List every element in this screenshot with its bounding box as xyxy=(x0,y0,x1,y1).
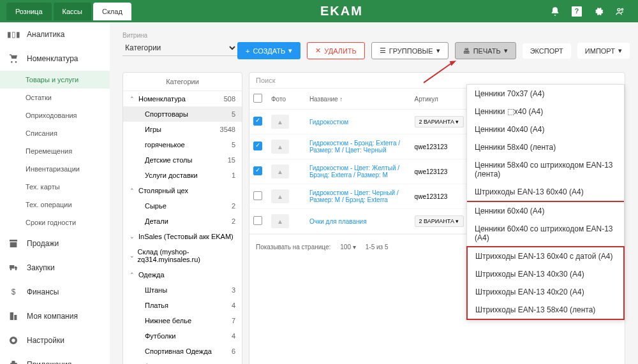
category-item[interactable]: ⌃Номенклатура508 xyxy=(123,91,242,106)
category-count: 6 xyxy=(232,347,235,355)
sidebar-sub-stock[interactable]: Остатки xyxy=(0,89,110,106)
print-option[interactable]: Штрихкоды EAN-13 58x40 (лента) xyxy=(468,301,623,319)
print-option[interactable]: Ценники 60x40 (A4) xyxy=(467,202,624,220)
product-link[interactable]: Гидрокостюм - Брэнд: Exterra / Размер: M… xyxy=(309,140,400,154)
bar-chart-icon: ▮▯▮ xyxy=(8,29,19,40)
category-item[interactable]: Детали2 xyxy=(123,214,242,229)
category-item[interactable]: Платья4 xyxy=(123,298,242,313)
print-option[interactable]: Ценники ⬚х40 (A4) xyxy=(467,103,624,120)
print-option[interactable]: Ценники 58x40 (лента) xyxy=(467,138,624,156)
sidebar-item-analytics[interactable]: ▮▯▮ Аналитика xyxy=(0,22,110,47)
photo-placeholder: ▲ xyxy=(271,115,289,129)
vitrina-select[interactable]: Категории xyxy=(122,40,237,56)
sidebar-sub-transfers[interactable]: Перемещения xyxy=(0,142,110,160)
export-button[interactable]: ЭКСПОРТ xyxy=(523,43,571,59)
sidebar-sub-techops[interactable]: Тех. операции xyxy=(0,196,110,214)
chevron-down-icon: ▾ xyxy=(436,47,440,55)
tab-sklad[interactable]: Склад xyxy=(93,3,131,20)
sku-value: qwe123123 xyxy=(415,168,448,175)
tab-kassy[interactable]: Кассы xyxy=(54,3,91,20)
variants-button[interactable]: 2 ВАРИАНТА ▾ xyxy=(415,116,464,127)
gear-icon[interactable] xyxy=(593,6,604,17)
product-link[interactable]: Очки для плавания xyxy=(309,218,367,225)
print-option[interactable]: Штрихкоды EAN-13 60x40 с датой (A4) xyxy=(468,247,623,265)
category-item[interactable]: горяченькое5 xyxy=(123,137,242,152)
import-button[interactable]: ИМПОРТ ▾ xyxy=(577,43,630,59)
row-checkbox[interactable] xyxy=(253,117,262,126)
category-item[interactable]: Детские столы15 xyxy=(123,152,242,168)
sidebar-sub-writeoffs[interactable]: Списания xyxy=(0,124,110,142)
filter-label: Витрина xyxy=(122,32,237,39)
sidebar-label: Номенклатура xyxy=(27,54,78,63)
category-item[interactable]: Спортивная Одежда6 xyxy=(123,344,242,359)
delete-button[interactable]: ✕ УДАЛИТЬ xyxy=(307,42,365,59)
category-item[interactable]: Услуги доставки1 xyxy=(123,168,242,183)
sidebar-item-company[interactable]: Моя компания xyxy=(0,304,110,328)
product-link[interactable]: Гидрокостюм - Цвет: Желтый / Брэнд: Exte… xyxy=(309,164,399,178)
sidebar-item-sales[interactable]: Продажи xyxy=(0,231,110,256)
category-item[interactable]: ⌃Обувь2 xyxy=(123,359,242,364)
sidebar-label: Закупки xyxy=(27,263,55,272)
per-page-label: Показывать на странице: xyxy=(256,244,330,251)
tab-retail[interactable]: Розница xyxy=(6,3,52,20)
print-option[interactable]: Штрихкоды EAN-13 60x40 (A4) xyxy=(467,183,624,202)
sidebar-item-finance[interactable]: $ Финансы xyxy=(0,280,110,304)
row-checkbox[interactable] xyxy=(253,166,262,175)
category-count: 3 xyxy=(232,286,235,294)
help-icon[interactable]: ? xyxy=(572,6,582,17)
category-count: 1 xyxy=(232,171,235,179)
category-item[interactable]: Сырье2 xyxy=(123,198,242,214)
print-button[interactable]: 🖶 ПЕЧАТЬ ▾ xyxy=(455,42,516,59)
chevron-icon: ⌃ xyxy=(130,272,136,278)
print-option[interactable]: Ценники 58x40 со штрихкодом EAN-13 (лент… xyxy=(467,156,624,183)
category-label: горяченькое xyxy=(145,141,185,149)
group-button[interactable]: ☰ ГРУППОВЫЕ ▾ xyxy=(371,42,449,59)
sidebar-item-purchases[interactable]: Закупки xyxy=(0,256,110,280)
category-item[interactable]: Футболки4 xyxy=(123,328,242,344)
variants-button[interactable]: 2 ВАРИАНТА ▾ xyxy=(415,215,464,227)
page-range: 1-5 из 5 xyxy=(366,244,389,251)
sidebar-sub-inventory[interactable]: Инвентаризации xyxy=(0,160,110,178)
sidebar-item-settings[interactable]: Настройки xyxy=(0,328,110,353)
sidebar-item-apps[interactable]: Приложения xyxy=(0,353,110,364)
sidebar-sub-techcards[interactable]: Тех. карты xyxy=(0,178,110,196)
product-link[interactable]: Гидрокостюм xyxy=(309,119,348,126)
category-item[interactable]: ⌃Столярный цех xyxy=(123,183,242,198)
print-option[interactable]: Штрихкоды EAN-13 40x30 (A4) xyxy=(468,265,623,283)
category-label: Игры xyxy=(145,126,161,133)
print-option[interactable]: Штрихкоды EAN-13 40x20 (A4) xyxy=(468,283,623,301)
per-page-select[interactable]: 100 ▾ xyxy=(340,244,355,251)
print-option[interactable]: Ценники 60x40 со штрихкодом EAN-13 (A4) xyxy=(467,220,624,247)
sidebar-sub-products[interactable]: Товары и услуги xyxy=(0,71,110,89)
product-link[interactable]: Гидрокостюм - Цвет: Черный / Размер: M /… xyxy=(309,189,399,203)
create-button[interactable]: + СОЗДАТЬ ▾ xyxy=(237,42,300,59)
category-item[interactable]: Штаны3 xyxy=(123,282,242,298)
logo: EKAM xyxy=(320,4,363,18)
print-option[interactable]: Ценники 40x40 (A4) xyxy=(467,120,624,138)
row-checkbox[interactable] xyxy=(253,216,262,225)
svg-point-3 xyxy=(621,8,623,10)
select-all-checkbox[interactable] xyxy=(253,94,262,103)
cart-icon xyxy=(8,53,19,64)
print-dropdown: Ценники 70х37 (A4)Ценники ⬚х40 (A4)Ценни… xyxy=(466,84,625,320)
category-item[interactable]: ⌄InSales (Тестовый акк EKAM) xyxy=(123,229,242,244)
x-icon: ✕ xyxy=(315,47,321,55)
photo-placeholder: ▲ xyxy=(271,189,289,203)
sidebar-sub-receipts[interactable]: Оприходования xyxy=(0,106,110,124)
category-item[interactable]: Игры3548 xyxy=(123,122,242,137)
category-item[interactable]: Нижнее белье7 xyxy=(123,313,242,328)
sidebar-sub-expiry[interactable]: Сроки годности xyxy=(0,214,110,231)
col-name[interactable]: Название ↑ xyxy=(306,89,411,110)
bell-icon[interactable] xyxy=(550,6,560,17)
col-photo[interactable]: Фото xyxy=(267,89,306,110)
category-item[interactable]: ⌃Одежда xyxy=(123,267,242,282)
sidebar-item-nomenclature[interactable]: Номенклатура xyxy=(0,47,110,71)
row-checkbox[interactable] xyxy=(253,142,262,150)
category-item[interactable]: ⌄Склад (myshop-zq314.myinsales.ru) xyxy=(123,244,242,267)
category-label: Сырье xyxy=(145,202,167,210)
user-icon[interactable] xyxy=(615,6,625,17)
row-checkbox[interactable] xyxy=(253,191,262,200)
print-option[interactable]: Ценники 70х37 (A4) xyxy=(467,85,624,103)
category-item[interactable]: Спорттовары5 xyxy=(123,106,242,122)
sku-value: qwe123123 xyxy=(415,193,448,200)
